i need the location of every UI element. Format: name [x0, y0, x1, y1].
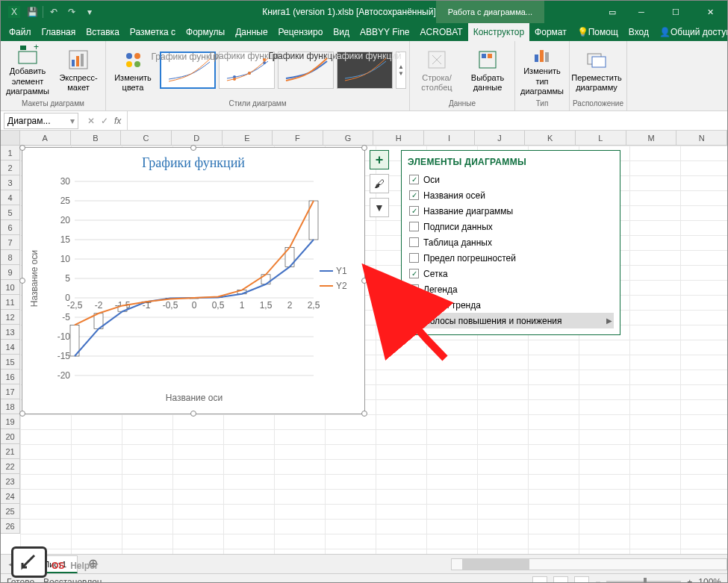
column-header[interactable]: M: [626, 131, 677, 145]
normal-view-button[interactable]: [532, 576, 547, 584]
row-header[interactable]: 18: [1, 399, 20, 414]
column-header[interactable]: I: [424, 131, 475, 145]
tab-review[interactable]: Рецензиро: [273, 23, 329, 41]
column-header[interactable]: J: [475, 131, 526, 145]
tab-file[interactable]: Файл: [4, 23, 37, 41]
save-icon[interactable]: 💾: [25, 4, 40, 19]
column-header[interactable]: N: [676, 131, 727, 145]
switch-row-column-button[interactable]: Строка/столбец: [413, 44, 461, 96]
change-chart-type-button[interactable]: Изменить тип диаграммы: [518, 44, 566, 96]
zoom-in-button[interactable]: +: [687, 577, 692, 584]
column-header[interactable]: E: [223, 131, 273, 145]
chart-element-item[interactable]: Легенда: [408, 281, 614, 297]
column-header[interactable]: C: [121, 131, 172, 145]
chart-filters-button[interactable]: ▼: [370, 198, 389, 217]
chart-element-item[interactable]: Сетка: [408, 266, 614, 281]
row-header[interactable]: 11: [1, 295, 20, 310]
row-header[interactable]: 21: [1, 444, 20, 459]
checkbox-icon[interactable]: [409, 284, 419, 294]
chart-element-item[interactable]: Линия тренда: [408, 297, 614, 313]
checkbox-icon[interactable]: [409, 316, 419, 325]
checkbox-icon[interactable]: [409, 300, 419, 310]
column-header[interactable]: L: [576, 131, 626, 145]
checkbox-icon[interactable]: [409, 237, 419, 247]
chart-plot-area[interactable]: -20-15-10-5051015202530-2,5-2-1,5-1-0,50…: [22, 174, 366, 405]
row-header[interactable]: 25: [1, 504, 20, 519]
chart-element-item[interactable]: Подписи данных: [408, 219, 614, 234]
sign-in[interactable]: Вход: [623, 23, 654, 41]
row-header[interactable]: 9: [1, 265, 20, 280]
tab-home[interactable]: Главная: [37, 23, 81, 41]
chart-elements-button[interactable]: +: [370, 150, 389, 169]
chart-element-item[interactable]: Название диаграммы: [408, 203, 614, 219]
close-icon[interactable]: ✕: [693, 1, 727, 23]
qat-dropdown-icon[interactable]: ▾: [82, 4, 97, 19]
tab-view[interactable]: Вид: [328, 23, 355, 41]
accept-icon[interactable]: ✓: [101, 116, 108, 126]
checkbox-icon[interactable]: [409, 269, 419, 278]
chart-element-item[interactable]: Оси: [408, 172, 614, 187]
column-header[interactable]: K: [525, 131, 576, 145]
column-header[interactable]: F: [273, 131, 323, 145]
formula-bar[interactable]: [127, 111, 727, 130]
row-header[interactable]: 19: [1, 414, 20, 429]
checkbox-icon[interactable]: [409, 175, 419, 184]
chart-styles-button[interactable]: 🖌: [370, 174, 389, 193]
tab-insert[interactable]: Вставка: [81, 23, 125, 41]
chart-element-item[interactable]: Таблица данных: [408, 234, 614, 250]
chart-element-item[interactable]: Полосы повышения и понижения▶: [408, 313, 614, 328]
column-header[interactable]: G: [323, 131, 374, 145]
minimize-icon[interactable]: ─: [624, 1, 659, 23]
checkbox-icon[interactable]: [409, 190, 419, 200]
chart-style-3[interactable]: Графики функций: [278, 52, 334, 89]
checkbox-icon[interactable]: [409, 222, 419, 231]
chart-styles-gallery[interactable]: Графики функций Графики функций Графики …: [160, 52, 406, 89]
column-header[interactable]: A: [20, 131, 71, 145]
column-header[interactable]: H: [373, 131, 424, 145]
checkbox-icon[interactable]: [409, 253, 419, 263]
row-header[interactable]: 24: [1, 489, 20, 504]
row-header[interactable]: 6: [1, 220, 20, 235]
row-header[interactable]: 1: [1, 146, 20, 160]
row-header[interactable]: 13: [1, 325, 20, 340]
chevron-right-icon[interactable]: ▶: [606, 317, 612, 325]
column-header[interactable]: D: [172, 131, 223, 145]
select-all-corner[interactable]: [1, 131, 20, 145]
row-header[interactable]: 3: [1, 175, 20, 190]
row-header[interactable]: 15: [1, 355, 20, 370]
chart-style-2[interactable]: Графики функций: [219, 52, 275, 89]
zoom-slider[interactable]: [606, 581, 681, 584]
chart-style-1[interactable]: Графики функций: [160, 52, 216, 89]
maximize-icon[interactable]: ☐: [659, 1, 693, 23]
tab-format[interactable]: Формат: [529, 23, 572, 41]
change-colors-button[interactable]: Изменить цвета: [109, 44, 157, 96]
column-header[interactable]: B: [71, 131, 122, 145]
quick-layout-button[interactable]: Экспресс-макет: [55, 44, 102, 96]
select-data-button[interactable]: Выбрать данные: [464, 44, 511, 96]
zoom-out-button[interactable]: −: [595, 577, 600, 584]
chart-title[interactable]: Графики функций: [22, 148, 364, 174]
tab-acrobat[interactable]: ACROBAT: [415, 23, 468, 41]
embedded-chart[interactable]: Графики функций -20-15-10-5051015202530-…: [22, 147, 365, 414]
chart-element-item[interactable]: Названия осей: [408, 187, 614, 203]
tell-me[interactable]: 💡 Помощ: [572, 23, 623, 41]
row-header[interactable]: 26: [1, 519, 20, 534]
move-chart-button[interactable]: Переместить диаграмму: [573, 44, 620, 96]
row-header[interactable]: 7: [1, 235, 20, 250]
row-header[interactable]: 22: [1, 459, 20, 474]
horizontal-scrollbar[interactable]: [451, 558, 727, 570]
ribbon-options-icon[interactable]: ▭: [600, 1, 624, 23]
add-chart-element-button[interactable]: + Добавить элемент диаграммы: [4, 44, 52, 96]
tab-abbyy[interactable]: ABBYY Fine: [355, 23, 414, 41]
row-header[interactable]: 17: [1, 384, 20, 399]
page-layout-view-button[interactable]: [553, 576, 568, 584]
row-header[interactable]: 12: [1, 310, 20, 325]
row-header[interactable]: 20: [1, 429, 20, 444]
tab-formulas[interactable]: Формулы: [181, 23, 230, 41]
row-header[interactable]: 4: [1, 190, 20, 205]
share-button[interactable]: 👤 Общий доступ: [654, 23, 728, 41]
fx-icon[interactable]: fx: [114, 116, 121, 126]
page-break-view-button[interactable]: [574, 576, 589, 584]
row-header[interactable]: 10: [1, 280, 20, 295]
row-header[interactable]: 14: [1, 340, 20, 355]
